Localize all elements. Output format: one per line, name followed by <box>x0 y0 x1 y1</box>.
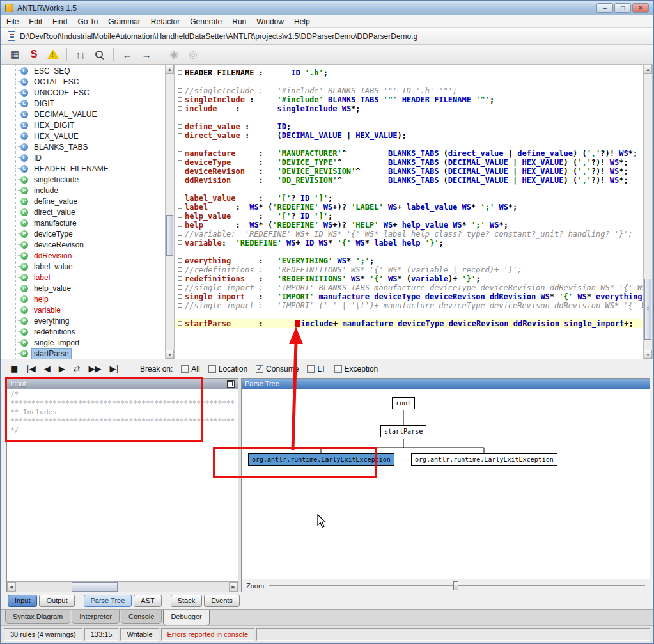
fold-marker-icon[interactable] <box>178 214 182 218</box>
menu-refactor[interactable]: Refactor <box>146 16 185 27</box>
scroll-left-icon[interactable]: ◀ <box>7 582 16 592</box>
go-back-icon[interactable]: ← <box>121 49 133 60</box>
view-tab-ast[interactable]: AST <box>134 595 161 607</box>
scrollbar-thumb[interactable] <box>644 279 651 340</box>
input-panel-header[interactable]: Input <box>7 379 238 389</box>
fold-marker-icon[interactable] <box>178 303 182 308</box>
rule-item-label[interactable]: label <box>1 272 165 283</box>
console-window-icon[interactable]: ▦ <box>9 49 20 60</box>
view-tab-output[interactable]: Output <box>39 595 74 607</box>
fold-gutter[interactable] <box>175 104 185 113</box>
minimize-button[interactable]: – <box>596 3 613 13</box>
rule-item-DECIMAL_VALUE[interactable]: DECIMAL_VALUE <box>1 109 165 120</box>
break-option-all[interactable]: All <box>181 365 199 373</box>
view-tab-input[interactable]: Input <box>8 595 37 607</box>
rule-item-deviceRevison[interactable]: deviceRevison <box>1 239 165 250</box>
scroll-down-icon[interactable]: ▼ <box>166 350 174 359</box>
fold-marker-icon[interactable] <box>178 70 182 75</box>
scroll-up-icon[interactable]: ▲ <box>166 65 174 74</box>
menu-go-to[interactable]: Go To <box>72 16 103 27</box>
fold-gutter[interactable] <box>175 319 185 328</box>
go-to-start-button[interactable]: |◀ <box>26 364 35 373</box>
fold-gutter[interactable] <box>175 230 185 239</box>
fold-gutter[interactable] <box>175 265 185 274</box>
fold-marker-icon[interactable] <box>178 223 182 227</box>
fold-marker-icon[interactable] <box>178 196 182 200</box>
debug-detach-icon[interactable]: ◎ <box>187 49 199 60</box>
sort-rules-icon[interactable]: ↑↓ <box>75 49 86 60</box>
tree-node-exception-selected[interactable]: org.antlr.runtime.EarlyExitException <box>248 453 394 466</box>
fold-marker-icon[interactable] <box>178 285 182 290</box>
rule-item-BLANKS_TABS[interactable]: BLANKS_TABS <box>1 141 165 152</box>
fold-marker-icon[interactable] <box>178 169 182 173</box>
menu-window[interactable]: Window <box>251 16 289 27</box>
debug-attach-icon[interactable]: ◉ <box>168 49 180 60</box>
fold-gutter[interactable] <box>175 86 185 95</box>
tree-node-root[interactable]: root <box>392 397 415 409</box>
fold-marker-icon[interactable] <box>178 106 182 111</box>
menu-file[interactable]: File <box>1 16 24 27</box>
syntax-diagram-icon[interactable]: S <box>28 49 40 60</box>
fold-gutter[interactable] <box>175 194 185 203</box>
rule-item-single_import[interactable]: single_import <box>1 337 165 348</box>
rule-item-HEX_DIGIT[interactable]: HEX_DIGIT <box>1 120 165 130</box>
fold-gutter[interactable] <box>175 203 185 212</box>
fold-marker-icon[interactable] <box>178 97 182 102</box>
break-option-consume[interactable]: Consume <box>256 365 299 373</box>
rule-item-HEADER_FILENAME[interactable]: HEADER_FILENAME <box>1 163 165 174</box>
rule-item-define_value[interactable]: define_value <box>1 196 165 207</box>
fold-marker-icon[interactable] <box>178 321 182 326</box>
fold-gutter[interactable] <box>175 212 185 221</box>
panel-tab-syntax-diagram[interactable]: Syntax Diagram <box>5 610 70 624</box>
play-button[interactable]: ▶ <box>59 364 65 373</box>
loop-button[interactable]: ⇄ <box>74 364 81 373</box>
panel-tab-console[interactable]: Console <box>121 610 162 624</box>
fold-marker-icon[interactable] <box>178 232 182 236</box>
input-text-area[interactable]: /***************************************… <box>7 389 238 581</box>
rule-item-UNICODE_ESC[interactable]: UNICODE_ESC <box>1 87 165 98</box>
view-tab-parse-tree[interactable]: Parse Tree <box>84 595 132 607</box>
rule-item-ddRevision[interactable]: ddRevision <box>1 250 165 261</box>
go-to-end-button[interactable]: ▶| <box>110 364 119 373</box>
fold-gutter[interactable] <box>175 256 185 265</box>
warnings-icon[interactable] <box>47 50 59 59</box>
rule-item-HEX_VALUE[interactable]: HEX_VALUE <box>1 130 165 141</box>
fold-gutter[interactable] <box>175 283 185 292</box>
close-button[interactable]: × <box>632 3 649 13</box>
parse-tree-header[interactable]: Parse Tree <box>242 379 650 389</box>
menu-find[interactable]: Find <box>47 16 72 27</box>
zoom-slider[interactable] <box>269 585 645 586</box>
rule-item-variable[interactable]: variable <box>1 304 165 315</box>
rule-item-startParse[interactable]: startParse <box>1 348 165 359</box>
fold-gutter[interactable] <box>175 158 185 167</box>
scroll-right-icon[interactable]: ▶ <box>229 582 238 592</box>
fold-gutter[interactable] <box>175 292 185 301</box>
fold-marker-icon[interactable] <box>178 276 182 281</box>
go-forward-icon[interactable]: → <box>141 49 152 60</box>
scrollbar-thumb[interactable] <box>166 215 173 256</box>
rule-item-help_value[interactable]: help_value <box>1 283 165 294</box>
fold-marker-icon[interactable] <box>178 124 182 129</box>
input-hscrollbar[interactable]: ◀ ▶ <box>7 581 238 592</box>
fold-marker-icon[interactable] <box>178 205 182 209</box>
fold-gutter[interactable] <box>175 239 185 247</box>
menu-help[interactable]: Help <box>289 16 315 27</box>
fold-marker-icon[interactable] <box>178 240 182 245</box>
fold-marker-icon[interactable] <box>178 151 182 155</box>
fast-forward-button[interactable]: ▶▶ <box>89 364 102 373</box>
break-option-lt[interactable]: LT <box>307 365 325 373</box>
input-panel[interactable]: Input /*********************************… <box>6 378 238 592</box>
rule-item-help[interactable]: help <box>1 294 165 304</box>
menu-grammar[interactable]: Grammar <box>103 16 146 27</box>
rule-item-deviceType[interactable]: deviceType <box>1 228 165 239</box>
tree-scrollbar[interactable]: ▲ ▼ <box>165 65 175 359</box>
menu-run[interactable]: Run <box>227 16 251 27</box>
rule-item-manufacture[interactable]: manufacture <box>1 217 165 228</box>
fold-gutter[interactable] <box>175 301 185 310</box>
tree-node-exception[interactable]: org.antlr.runtime.EarlyExitException <box>411 453 557 466</box>
fold-gutter[interactable] <box>175 274 185 283</box>
title-bar[interactable]: ANTLRWorks 1.5 – □ × <box>1 1 653 15</box>
fold-marker-icon[interactable] <box>178 267 182 272</box>
rule-item-label_value[interactable]: label_value <box>1 261 165 272</box>
panel-tab-debugger[interactable]: Debugger <box>163 610 209 625</box>
